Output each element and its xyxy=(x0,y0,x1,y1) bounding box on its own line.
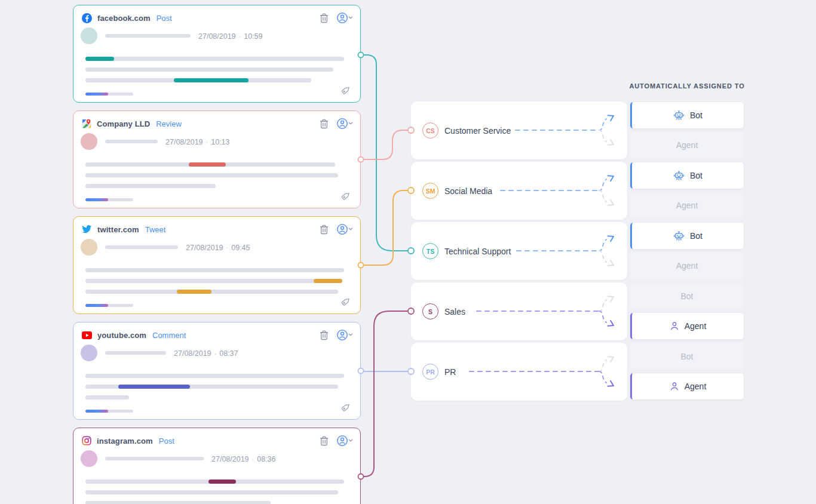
option-label: Bot xyxy=(690,171,703,180)
bot-icon xyxy=(673,110,685,121)
assign-user-icon[interactable] xyxy=(336,329,353,341)
sentiment-mini-bar xyxy=(85,410,133,413)
assign-option-bot-Technical Support[interactable]: Bot xyxy=(630,223,744,249)
post-source-label: Company LLD xyxy=(97,119,150,128)
post-card-Company LLD: Company LLDReview27/08/2019·10:13 xyxy=(73,110,361,208)
date-separator: · xyxy=(226,244,229,251)
tag-icon[interactable] xyxy=(340,190,352,204)
assign-option-bot-Social Media[interactable]: Bot xyxy=(630,162,744,189)
post-card-tools xyxy=(320,329,353,341)
option-label: Bot xyxy=(680,291,693,301)
author-name-placeholder xyxy=(105,245,178,249)
post-type-link[interactable]: Post xyxy=(159,437,174,445)
text-placeholder-line xyxy=(85,78,311,82)
highlighted-text-segment xyxy=(174,78,249,82)
assign-user-icon[interactable] xyxy=(336,223,353,235)
post-card-header: Company LLDReview xyxy=(82,116,353,131)
text-placeholder-line xyxy=(85,501,271,504)
text-placeholder-line xyxy=(85,67,333,72)
post-card-tools xyxy=(320,435,353,447)
post-type-link[interactable]: Post xyxy=(157,14,172,23)
post-datetime: 27/08/2019·10:13 xyxy=(165,138,230,146)
date-text: 27/08/2019 xyxy=(211,455,249,463)
highlighted-text-segment xyxy=(118,385,190,389)
post-source-label: instagram.com xyxy=(97,437,153,445)
trash-icon[interactable] xyxy=(320,436,329,446)
time-text: 10:13 xyxy=(211,138,229,146)
author-name-placeholder xyxy=(105,457,204,460)
option-label: Agent xyxy=(676,261,698,271)
assign-user-icon[interactable] xyxy=(336,12,353,24)
category-badge: PR xyxy=(422,364,438,380)
avatar xyxy=(81,133,97,150)
text-placeholder-line xyxy=(85,490,338,494)
option-label: Bot xyxy=(690,231,703,241)
facebook-icon xyxy=(82,13,92,23)
post-type-link[interactable]: Comment xyxy=(152,331,186,340)
text-placeholder-line xyxy=(85,290,338,294)
category-name: Sales xyxy=(444,307,465,316)
assign-option-bot-Customer Service[interactable]: Bot xyxy=(630,102,744,128)
option-label: Bot xyxy=(680,352,693,361)
category-name: Social Media xyxy=(444,186,492,196)
assign-option-agent-PR[interactable]: Agent xyxy=(630,373,744,399)
assign-option-bot-PR[interactable]: Bot xyxy=(630,343,744,370)
connector-path-twitter.com xyxy=(361,190,407,265)
assign-user-icon[interactable] xyxy=(336,435,353,447)
post-type-link[interactable]: Tweet xyxy=(145,225,166,234)
post-card-header: instagram.comPost xyxy=(82,434,353,448)
trash-icon[interactable] xyxy=(320,330,329,340)
option-label: Agent xyxy=(685,321,707,331)
category-card-Technical Support: TSTechnical Support xyxy=(411,222,627,280)
date-separator: · xyxy=(239,33,241,40)
assign-option-bot-Sales[interactable]: Bot xyxy=(630,283,744,309)
tag-icon[interactable] xyxy=(340,84,352,98)
trash-icon[interactable] xyxy=(320,119,329,129)
category-name: PR xyxy=(444,367,456,377)
avatar xyxy=(81,345,97,361)
agent-icon xyxy=(670,321,679,331)
sentiment-mini-bar xyxy=(85,198,133,201)
time-text: 09:45 xyxy=(231,244,250,252)
category-badge: S xyxy=(422,303,438,319)
text-placeholder-line xyxy=(85,395,129,399)
option-label: Agent xyxy=(676,201,698,210)
date-separator: · xyxy=(214,350,217,357)
assign-user-icon[interactable] xyxy=(336,118,353,130)
avatar xyxy=(81,450,97,467)
text-placeholder-line xyxy=(85,480,344,484)
post-source-label: facebook.com xyxy=(97,14,151,23)
assign-option-agent-Customer Service[interactable]: Agent xyxy=(630,132,744,158)
post-card-header: youtube.comComment xyxy=(82,328,353,342)
highlighted-text-segment xyxy=(189,162,226,167)
post-card-instagram.com: instagram.comPost27/08/2019·08:36 xyxy=(73,428,361,504)
youtube-icon xyxy=(82,331,92,339)
twitter-icon xyxy=(82,225,92,233)
trash-icon[interactable] xyxy=(320,225,329,235)
post-card-tools xyxy=(320,223,353,235)
tag-icon[interactable] xyxy=(340,401,352,415)
date-separator: · xyxy=(206,139,208,146)
maps-icon xyxy=(82,119,91,128)
date-text: 27/08/2019 xyxy=(186,244,223,252)
tag-icon[interactable] xyxy=(340,296,352,309)
text-placeholder-line xyxy=(85,57,344,61)
text-placeholder-line xyxy=(85,374,344,378)
assign-option-agent-Technical Support[interactable]: Agent xyxy=(630,253,744,279)
assign-option-agent-Sales[interactable]: Agent xyxy=(630,313,744,339)
text-placeholder-line xyxy=(85,162,335,167)
text-placeholder-line xyxy=(85,184,216,188)
author-name-placeholder xyxy=(105,140,158,143)
category-badge: TS xyxy=(422,243,438,259)
post-datetime: 27/08/2019·08:36 xyxy=(211,455,276,463)
post-type-link[interactable]: Review xyxy=(156,119,182,128)
text-placeholder-line xyxy=(85,268,344,272)
bot-icon xyxy=(673,231,685,242)
category-name: Technical Support xyxy=(444,247,511,256)
assign-option-agent-Social Media[interactable]: Agent xyxy=(630,192,744,219)
post-card-header: facebook.comPost xyxy=(82,11,353,25)
category-card-Sales: SSales xyxy=(411,282,627,340)
trash-icon[interactable] xyxy=(320,13,329,23)
sentiment-mini-bar-fill xyxy=(85,304,108,307)
post-datetime: 27/08/2019·10:59 xyxy=(198,32,263,41)
